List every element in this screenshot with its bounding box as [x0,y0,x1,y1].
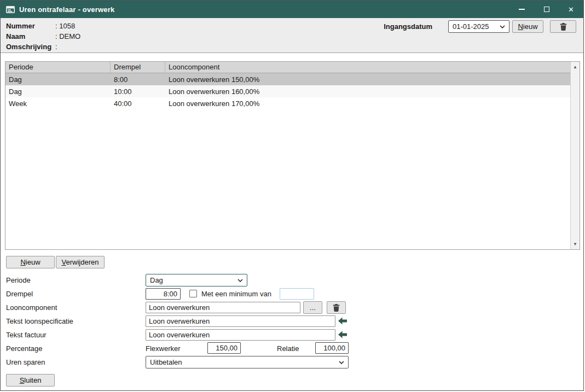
trash-icon [333,304,340,312]
ingangsdatum-select[interactable]: 01-01-2025 [448,20,509,33]
trash-icon [560,23,567,31]
tekst-loonspecificatie-label: Tekst loonspecificatie [6,317,73,325]
column-header-looncomponent[interactable]: Looncomponent [165,62,570,73]
minimum-checkbox-label: Met een minimum van [201,290,271,298]
app-window: Uren ontrafelaar - overwerk ✕ Nummer : 1… [0,0,584,391]
looncomponent-label: Looncomponent [6,303,57,312]
titlebar: Uren ontrafelaar - overwerk ✕ [1,1,583,18]
ingangsdatum-label: Ingangsdatum [384,22,432,31]
tekst-loonspecificatie-input[interactable] [146,315,335,327]
column-header-drempel[interactable]: Drempel [111,62,165,73]
ingangsdatum-value: 01-01-2025 [453,22,496,31]
arrow-left-icon [338,331,347,338]
percentage-label: Percentage [6,344,43,353]
copy-loonspecificatie-button[interactable] [337,317,348,325]
looncomponent-browse-button[interactable]: ... [303,301,322,314]
looncomponent-input[interactable] [146,302,300,313]
verwijderen-row-button[interactable]: Verwijderen [56,256,105,268]
close-button[interactable]: ✕ [559,1,583,18]
uren-sparen-select[interactable]: Uitbetalen [146,356,349,368]
uren-sparen-label: Uren sparen [6,358,45,366]
table-row[interactable]: Week 40:00 Loon overwerkuren 170,00% [5,97,570,109]
nummer-label: Nummer [6,22,55,30]
scroll-down-icon[interactable]: ▼ [571,239,580,249]
relatie-label: Relatie [277,344,299,353]
scroll-up-icon[interactable]: ▲ [571,62,580,72]
omschrijving-label: Omschrijving [6,43,55,51]
sluiten-button[interactable]: Sluiten [6,374,55,387]
periode-select[interactable]: Dag [146,274,247,286]
table-row[interactable]: Dag 10:00 Loon overwerkuren 160,00% [5,85,570,97]
record-header: Nummer : 1058 Naam : DEMO Omschrijving :… [1,18,583,53]
uren-sparen-value: Uitbetalen [150,358,335,366]
relatie-percentage-input[interactable] [315,342,349,354]
flexwerker-label: Flexwerker [146,344,181,353]
tekst-factuur-label: Tekst factuur [6,331,47,339]
ingangsdatum-controls: Ingangsdatum 01-01-2025 Nieuw [384,20,576,33]
window-title: Uren ontrafelaar - overwerk [19,5,114,14]
cell-periode: Week [5,100,111,108]
cell-periode: Dag [5,75,111,84]
nummer-value: : 1058 [55,22,75,30]
minimum-checkbox[interactable] [189,290,197,297]
nieuw-ingangsdatum-button[interactable]: Nieuw [512,20,543,33]
nieuw-row-button[interactable]: Nieuw [6,256,55,268]
arrow-left-icon [338,317,347,325]
minimum-value-input[interactable] [280,288,314,300]
omschrijving-value: : [55,43,57,51]
cell-periode: Dag [5,87,111,96]
column-header-periode[interactable]: Periode [5,62,111,73]
naam-label: Naam [6,32,55,40]
cell-looncomponent: Loon overwerkuren 150,00% [165,75,570,84]
ontrafel-table: Periode Drempel Looncomponent Dag 8:00 L… [5,61,580,250]
naam-value: : DEMO [55,32,80,40]
maximize-button[interactable] [534,1,559,18]
drempel-label: Drempel [6,290,33,298]
copy-factuur-button[interactable] [337,330,348,339]
cell-drempel: 10:00 [111,87,165,96]
flexwerker-percentage-input[interactable] [207,342,241,354]
window-controls: ✕ [509,1,583,18]
app-icon [6,6,15,13]
cell-drempel: 40:00 [111,100,165,108]
periode-label: Periode [6,276,31,284]
chevron-down-icon [500,25,505,28]
delete-ingangsdatum-button[interactable] [550,20,576,33]
chevron-down-icon [238,279,243,282]
cell-looncomponent: Loon overwerkuren 160,00% [165,87,570,96]
maximize-icon [544,7,549,12]
drempel-input[interactable] [146,288,181,300]
table-header: Periode Drempel Looncomponent [5,62,570,73]
looncomponent-delete-button[interactable] [327,301,346,314]
table-row[interactable]: Dag 8:00 Loon overwerkuren 150,00% [5,73,570,85]
tekst-factuur-input[interactable] [146,329,335,341]
periode-value: Dag [150,276,234,284]
table-scrollbar[interactable]: ▲ ▼ [570,62,580,249]
chevron-down-icon [339,361,344,364]
minimize-icon [519,9,525,10]
cell-looncomponent: Loon overwerkuren 170,00% [165,100,570,108]
close-icon: ✕ [568,6,574,13]
minimize-button[interactable] [509,1,534,18]
cell-drempel: 8:00 [111,75,165,84]
